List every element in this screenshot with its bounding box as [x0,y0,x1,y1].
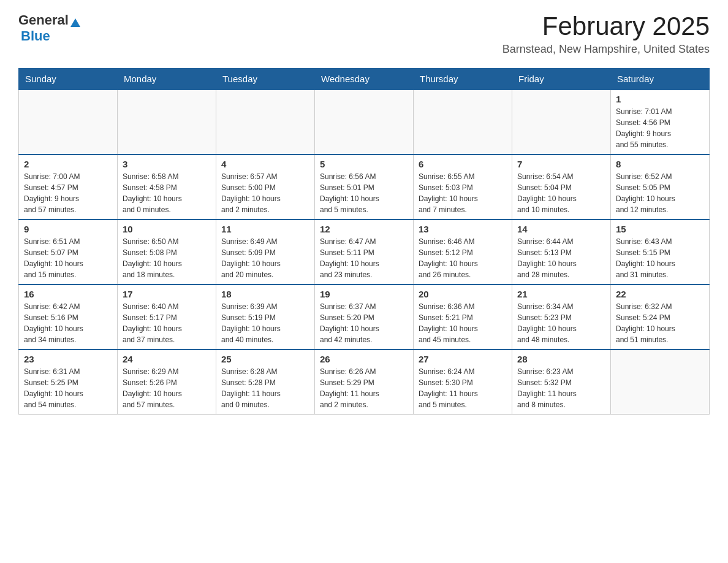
calendar-cell: 22Sunrise: 6:32 AM Sunset: 5:24 PM Dayli… [611,285,710,350]
day-number: 6 [419,159,507,169]
day-info: Sunrise: 6:36 AM Sunset: 5:21 PM Dayligh… [419,301,507,345]
calendar-cell: 25Sunrise: 6:28 AM Sunset: 5:28 PM Dayli… [216,350,315,415]
calendar-cell [216,90,315,155]
logo-blue-text: Blue [21,28,50,44]
day-number: 14 [517,224,605,234]
calendar-cell: 27Sunrise: 6:24 AM Sunset: 5:30 PM Dayli… [414,350,512,415]
calendar-cell: 11Sunrise: 6:49 AM Sunset: 5:09 PM Dayli… [216,220,315,285]
day-header-thursday: Thursday [414,69,512,90]
calendar-cell [118,90,216,155]
calendar-cell [611,350,710,415]
day-number: 28 [517,354,605,364]
day-info: Sunrise: 6:29 AM Sunset: 5:26 PM Dayligh… [123,366,211,410]
calendar-cell [315,90,414,155]
day-number: 13 [419,224,507,234]
day-number: 21 [517,289,605,299]
day-number: 20 [419,289,507,299]
day-number: 24 [123,354,211,364]
day-info: Sunrise: 6:50 AM Sunset: 5:08 PM Dayligh… [123,236,211,280]
day-info: Sunrise: 6:49 AM Sunset: 5:09 PM Dayligh… [221,236,309,280]
day-info: Sunrise: 6:26 AM Sunset: 5:29 PM Dayligh… [320,366,408,410]
day-info: Sunrise: 6:58 AM Sunset: 4:58 PM Dayligh… [123,171,211,215]
day-number: 10 [123,224,211,234]
day-info: Sunrise: 6:37 AM Sunset: 5:20 PM Dayligh… [320,301,408,345]
day-info: Sunrise: 6:43 AM Sunset: 5:15 PM Dayligh… [616,236,704,280]
month-title: February 2025 [502,12,710,40]
day-number: 5 [320,159,408,169]
week-row-3: 9Sunrise: 6:51 AM Sunset: 5:07 PM Daylig… [19,220,710,285]
calendar-cell: 21Sunrise: 6:34 AM Sunset: 5:23 PM Dayli… [512,285,611,350]
day-number: 17 [123,289,211,299]
day-info: Sunrise: 6:32 AM Sunset: 5:24 PM Dayligh… [616,301,704,345]
day-info: Sunrise: 7:00 AM Sunset: 4:57 PM Dayligh… [24,171,112,215]
calendar-cell: 28Sunrise: 6:23 AM Sunset: 5:32 PM Dayli… [512,350,611,415]
calendar-cell: 15Sunrise: 6:43 AM Sunset: 5:15 PM Dayli… [611,220,710,285]
calendar-cell: 14Sunrise: 6:44 AM Sunset: 5:13 PM Dayli… [512,220,611,285]
calendar-cell: 7Sunrise: 6:54 AM Sunset: 5:04 PM Daylig… [512,155,611,220]
calendar-cell: 19Sunrise: 6:37 AM Sunset: 5:20 PM Dayli… [315,285,414,350]
calendar-cell: 12Sunrise: 6:47 AM Sunset: 5:11 PM Dayli… [315,220,414,285]
title-area: February 2025 Barnstead, New Hampshire, … [502,12,710,56]
calendar-cell: 9Sunrise: 6:51 AM Sunset: 5:07 PM Daylig… [19,220,118,285]
day-number: 25 [221,354,309,364]
day-info: Sunrise: 6:57 AM Sunset: 5:00 PM Dayligh… [221,171,309,215]
calendar-cell: 26Sunrise: 6:26 AM Sunset: 5:29 PM Dayli… [315,350,414,415]
day-number: 8 [616,159,704,169]
day-info: Sunrise: 6:23 AM Sunset: 5:32 PM Dayligh… [517,366,605,410]
day-header-monday: Monday [118,69,216,90]
calendar-cell: 5Sunrise: 6:56 AM Sunset: 5:01 PM Daylig… [315,155,414,220]
day-info: Sunrise: 6:31 AM Sunset: 5:25 PM Dayligh… [24,366,112,410]
day-info: Sunrise: 6:42 AM Sunset: 5:16 PM Dayligh… [24,301,112,345]
logo-triangle-icon [70,18,80,27]
day-header-saturday: Saturday [611,69,710,90]
calendar-cell: 6Sunrise: 6:55 AM Sunset: 5:03 PM Daylig… [414,155,512,220]
day-info: Sunrise: 6:56 AM Sunset: 5:01 PM Dayligh… [320,171,408,215]
day-number: 7 [517,159,605,169]
day-number: 15 [616,224,704,234]
day-number: 16 [24,289,112,299]
day-number: 2 [24,159,112,169]
calendar-cell [19,90,118,155]
week-row-1: 1Sunrise: 7:01 AM Sunset: 4:56 PM Daylig… [19,90,710,155]
calendar-cell: 3Sunrise: 6:58 AM Sunset: 4:58 PM Daylig… [118,155,216,220]
day-header-tuesday: Tuesday [216,69,315,90]
calendar-cell: 4Sunrise: 6:57 AM Sunset: 5:00 PM Daylig… [216,155,315,220]
week-row-2: 2Sunrise: 7:00 AM Sunset: 4:57 PM Daylig… [19,155,710,220]
day-info: Sunrise: 6:51 AM Sunset: 5:07 PM Dayligh… [24,236,112,280]
day-info: Sunrise: 6:46 AM Sunset: 5:12 PM Dayligh… [419,236,507,280]
day-header-sunday: Sunday [19,69,118,90]
day-info: Sunrise: 6:40 AM Sunset: 5:17 PM Dayligh… [123,301,211,345]
calendar-cell: 2Sunrise: 7:00 AM Sunset: 4:57 PM Daylig… [19,155,118,220]
calendar-header-row: SundayMondayTuesdayWednesdayThursdayFrid… [19,69,710,90]
calendar-cell: 17Sunrise: 6:40 AM Sunset: 5:17 PM Dayli… [118,285,216,350]
logo-general-text: General [18,12,69,28]
day-number: 9 [24,224,112,234]
week-row-5: 23Sunrise: 6:31 AM Sunset: 5:25 PM Dayli… [19,350,710,415]
day-number: 12 [320,224,408,234]
logo: General Blue [18,12,80,44]
day-info: Sunrise: 6:28 AM Sunset: 5:28 PM Dayligh… [221,366,309,410]
day-info: Sunrise: 6:54 AM Sunset: 5:04 PM Dayligh… [517,171,605,215]
calendar-table: SundayMondayTuesdayWednesdayThursdayFrid… [18,68,710,415]
calendar-cell: 16Sunrise: 6:42 AM Sunset: 5:16 PM Dayli… [19,285,118,350]
day-info: Sunrise: 6:52 AM Sunset: 5:05 PM Dayligh… [616,171,704,215]
calendar-cell: 24Sunrise: 6:29 AM Sunset: 5:26 PM Dayli… [118,350,216,415]
calendar-cell: 10Sunrise: 6:50 AM Sunset: 5:08 PM Dayli… [118,220,216,285]
day-number: 18 [221,289,309,299]
day-number: 22 [616,289,704,299]
calendar-cell: 20Sunrise: 6:36 AM Sunset: 5:21 PM Dayli… [414,285,512,350]
day-info: Sunrise: 6:24 AM Sunset: 5:30 PM Dayligh… [419,366,507,410]
day-info: Sunrise: 6:39 AM Sunset: 5:19 PM Dayligh… [221,301,309,345]
day-number: 4 [221,159,309,169]
location-title: Barnstead, New Hampshire, United States [502,43,710,56]
calendar-cell: 8Sunrise: 6:52 AM Sunset: 5:05 PM Daylig… [611,155,710,220]
calendar-cell: 1Sunrise: 7:01 AM Sunset: 4:56 PM Daylig… [611,90,710,155]
calendar-cell: 13Sunrise: 6:46 AM Sunset: 5:12 PM Dayli… [414,220,512,285]
day-info: Sunrise: 6:34 AM Sunset: 5:23 PM Dayligh… [517,301,605,345]
day-header-friday: Friday [512,69,611,90]
day-info: Sunrise: 7:01 AM Sunset: 4:56 PM Dayligh… [616,106,704,150]
day-info: Sunrise: 6:55 AM Sunset: 5:03 PM Dayligh… [419,171,507,215]
calendar-cell [512,90,611,155]
day-number: 19 [320,289,408,299]
day-number: 1 [616,94,704,104]
